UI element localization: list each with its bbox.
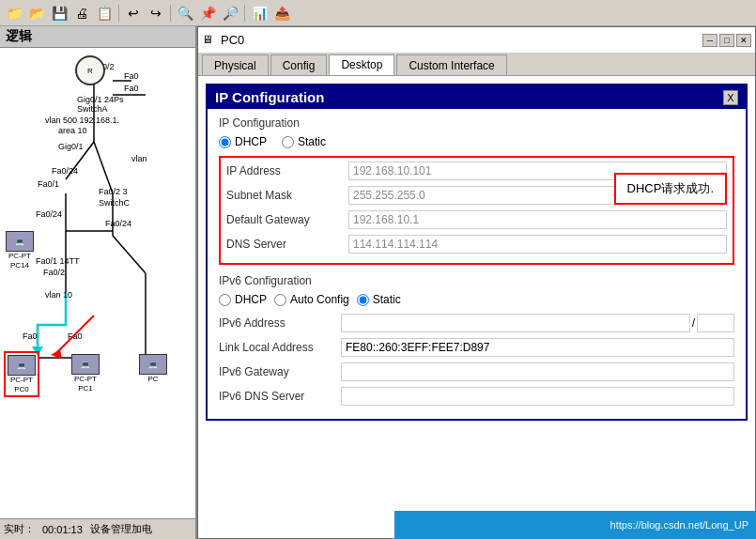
maximize-button[interactable]: □ [719, 34, 734, 47]
pc0-window: 🖥 PC0 ─ □ ✕ Physical Config Desktop [197, 26, 756, 539]
subnet-mask-label: Subnet Mask [226, 189, 348, 202]
label-fa01-14tt: Fa0/1 14TT [36, 256, 80, 266]
ipv6-gateway-row: IPv6 Gateway [219, 362, 734, 381]
toolbar-separator-2 [170, 5, 171, 22]
panel-header: 逻辑 [0, 26, 195, 48]
dialog-title: IP Configuration [215, 89, 324, 105]
dns-server-input[interactable] [348, 235, 727, 254]
label-fa02: Fa0/2 [43, 268, 65, 277]
tab-desktop[interactable]: Desktop [329, 54, 394, 75]
dhcp-radio[interactable] [219, 136, 231, 148]
label-vlan: vlan [131, 154, 147, 163]
dhcp-radio-label[interactable]: DHCP [219, 135, 267, 148]
right-panel: 🖥 PC0 ─ □ ✕ Physical Config Desktop [197, 26, 756, 539]
toolbar-icon-search[interactable]: 🔍 [175, 3, 195, 23]
main-area: 逻辑 [0, 26, 756, 539]
toolbar-icon-undo[interactable]: ↩ [123, 3, 144, 23]
dhcp-static-row: DHCP Static [219, 135, 734, 148]
link-local-row: Link Local Address [219, 338, 734, 357]
red-arrow [47, 316, 103, 362]
network-canvas[interactable]: Gig0/2 Fa0 Fa0 R Gig0/1 24Ps SwitchA vla… [0, 48, 195, 516]
pc0-device-highlight[interactable]: 💻 PC-PTPC0 [4, 351, 39, 397]
dns-server-label: DNS Server [226, 238, 348, 251]
ip-config-body: IP Configuration DHCP Static [208, 109, 746, 419]
close-button[interactable]: ✕ [736, 34, 751, 47]
ipv6-address-label: IPv6 Address [219, 316, 341, 330]
dialog-close-button[interactable]: X [723, 90, 738, 105]
bottom-bar: https://blog.csdn.net/Long_UP [394, 511, 756, 539]
network-panel: 逻辑 [0, 26, 197, 539]
pc0-titlebar: 🖥 PC0 ─ □ ✕ [198, 27, 755, 54]
ipv6-dhcp-radio[interactable] [219, 294, 231, 306]
ipv6-static-radio[interactable] [357, 294, 369, 306]
ipv4-section-title: IP Configuration [219, 116, 734, 130]
ipv6-section: IPv6 Configuration DHCP Auto Config [219, 274, 734, 406]
ip-address-label: IP Address [226, 164, 348, 177]
label-area10: area 10 [58, 126, 87, 135]
ipv6-section-title: IPv6 Configuration [219, 274, 734, 287]
panel-title: 逻辑 [6, 28, 32, 43]
toolbar-icon-zoom[interactable]: 🔎 [220, 3, 240, 23]
ipv6-slash: / [692, 316, 695, 330]
ipv6-auto-label[interactable]: Auto Config [274, 293, 349, 306]
pc0-tabs: Physical Config Desktop Custom Interface [198, 54, 755, 76]
ipv6-gateway-label: IPv6 Gateway [219, 365, 341, 378]
toolbar-icon-redo[interactable]: ↪ [146, 3, 166, 23]
toolbar-icon-chart[interactable]: 📊 [249, 3, 270, 23]
pc0-window-icon: 🖥 [202, 33, 217, 48]
ipv6-dhcp-label[interactable]: DHCP [219, 293, 267, 306]
label-vlan500: vlan 500 192.168.1. [45, 116, 119, 125]
ipv6-gateway-input[interactable] [341, 362, 734, 381]
label-fa0-1: Fa0 [124, 71, 139, 81]
tab-custom-interface[interactable]: Custom Interface [396, 54, 506, 75]
static-radio[interactable] [282, 136, 294, 148]
toolbar-icon-pin[interactable]: 📌 [197, 3, 218, 23]
label-fa024-3: Fa0/24 [105, 219, 131, 228]
label-switchC: SwitchC [99, 198, 130, 208]
toolbar-icon-save[interactable]: 💾 [49, 3, 69, 23]
toolbar: 📁 📂 💾 🖨 📋 ↩ ↪ 🔍 📌 🔎 📊 📤 [0, 0, 756, 26]
status-time-label: 实时： [4, 522, 35, 536]
svg-line-4 [94, 142, 113, 193]
label-gig01: Gig0/1 [58, 142, 84, 151]
dhcp-row-container: DHCP Static DHCP请求成功. [219, 135, 734, 148]
toolbar-separator-3 [244, 5, 245, 22]
pc-device-right[interactable]: 💻 PC [139, 354, 167, 384]
dns-server-row: DNS Server [226, 235, 727, 254]
label-gig01-24ps: Gig0/1 24Ps [77, 95, 124, 104]
link-local-input[interactable] [341, 338, 734, 357]
label-fa0-2: Fa0 [124, 84, 139, 93]
ipv6-radio-row: DHCP Auto Config Static [219, 293, 734, 306]
ipv6-auto-radio[interactable] [274, 294, 286, 306]
minimize-button[interactable]: ─ [702, 34, 717, 47]
ipv6-dns-input[interactable] [341, 387, 734, 406]
label-fa023: Fa0/2 3 [99, 187, 128, 196]
ipv6-dns-row: IPv6 DNS Server [219, 387, 734, 406]
svg-marker-14 [51, 349, 62, 359]
status-bar: 实时： 00:01:13 设备管理加电 [0, 518, 197, 539]
ipv6-address-input[interactable] [341, 314, 690, 332]
ipv6-static-label[interactable]: Static [357, 293, 401, 306]
default-gateway-input[interactable] [348, 210, 727, 229]
label-fa024-1: Fa0/24 [52, 166, 78, 176]
label-vlan10: vlan 10 [45, 290, 72, 300]
ip-config-titlebar: IP Configuration X [208, 85, 746, 109]
toolbar-icon-print[interactable]: 🖨 [71, 3, 92, 23]
link-local-label: Link Local Address [219, 341, 341, 354]
pc0-window-title: PC0 [221, 33, 702, 47]
static-radio-label[interactable]: Static [282, 135, 326, 148]
router-device[interactable]: R [75, 55, 105, 85]
toolbar-icon-folder[interactable]: 📁 [4, 3, 24, 23]
tab-content: IP Configuration X IP Configuration DHCP [198, 76, 755, 538]
pc14-device[interactable]: 💻 PC-PTPC14 [6, 231, 34, 270]
status-device-label: 设备管理加电 [90, 522, 152, 536]
tab-physical[interactable]: Physical [202, 54, 269, 75]
label-fa024-2: Fa0/24 [36, 209, 62, 219]
toolbar-icon-open[interactable]: 📂 [26, 3, 47, 23]
toolbar-icon-copy[interactable]: 📋 [94, 3, 115, 23]
ipv6-prefix-input[interactable] [697, 314, 734, 332]
toolbar-separator-1 [118, 5, 119, 22]
tab-config[interactable]: Config [270, 54, 328, 75]
toolbar-icon-export[interactable]: 📤 [271, 3, 292, 23]
label-fa0-left: Fa0 [23, 331, 38, 341]
